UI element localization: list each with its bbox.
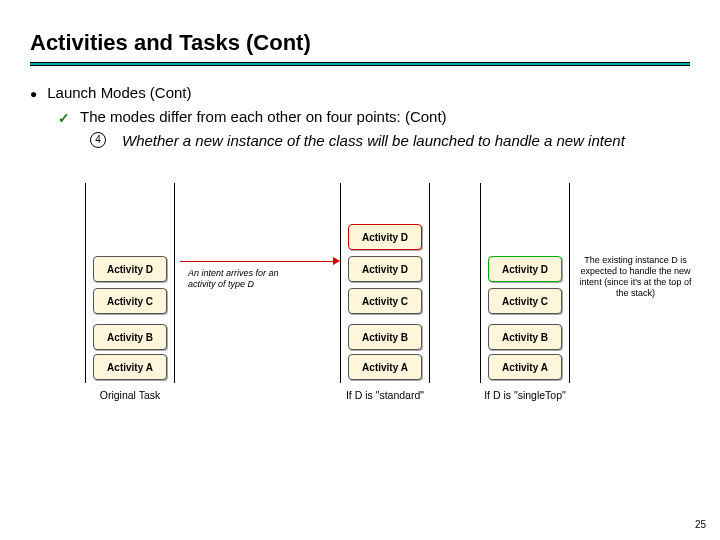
caption-singletop: If D is "singleTop" [470,389,580,401]
intent-label: An intent arrives for an activity of typ… [188,268,298,290]
activity-box: Activity C [488,288,562,314]
bullet-main: ● Launch Modes (Cont) [30,84,690,104]
stack-original: Activity D Activity C Activity B Activit… [85,183,175,383]
diagram: Activity D Activity C Activity B Activit… [30,183,690,443]
activity-box-existing: Activity D [488,256,562,282]
bullet-main-text: Launch Modes (Cont) [47,84,191,101]
check-icon: ✓ [58,108,70,128]
circled-number-icon: 4 [90,132,106,148]
page-number: 25 [695,519,706,530]
bullet-sub2-text: Whether a new instance of the class will… [122,132,625,149]
stack-standard: Activity D Activity D Activity C Activit… [340,183,430,383]
divider [30,62,690,66]
bullet-dot-icon: ● [30,84,37,104]
activity-box: Activity B [93,324,167,350]
activity-box: Activity C [93,288,167,314]
activity-box: Activity A [488,354,562,380]
activity-box: Activity D [348,256,422,282]
activity-box: Activity D [93,256,167,282]
bullet-sub1: ✓ The modes differ from each other on fo… [58,108,690,128]
activity-box: Activity A [348,354,422,380]
side-note: The existing instance D is expected to h… [578,255,693,299]
caption-original: Original Task [75,389,185,401]
activity-box-new: Activity D [348,224,422,250]
arrow-line [180,261,335,262]
page-title: Activities and Tasks (Cont) [30,30,690,56]
activity-box: Activity B [488,324,562,350]
bullet-sub1-text: The modes differ from each other on four… [80,108,447,125]
arrow-head-icon [333,257,340,265]
activity-box: Activity B [348,324,422,350]
activity-box: Activity C [348,288,422,314]
bullet-sub2: 4 Whether a new instance of the class wi… [90,132,690,149]
caption-standard: If D is "standard" [330,389,440,401]
stack-singletop: Activity D Activity C Activity B Activit… [480,183,570,383]
activity-box: Activity A [93,354,167,380]
